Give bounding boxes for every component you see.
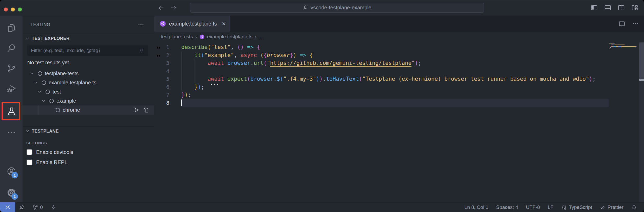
code-token: ;: [418, 60, 421, 66]
remote-indicator[interactable]: [0, 202, 15, 212]
section-testplane-header[interactable]: TESTPLANE: [23, 127, 154, 135]
test-filter-input[interactable]: Filter (e.g. text, !exclude, @tag): [27, 45, 148, 56]
breadcrumb-item[interactable]: ...: [259, 34, 263, 40]
customize-layout-icon[interactable]: [631, 4, 638, 11]
minimap-line: [609, 46, 638, 47]
code-token: ): [319, 76, 323, 82]
activity-item-source-control[interactable]: [0, 61, 23, 76]
test-tree-item-test[interactable]: test: [23, 87, 154, 96]
code-line-4[interactable]: 4: [154, 67, 644, 75]
code-line-2[interactable]: 2it("example", async ({browser}) => {: [154, 51, 644, 59]
code-area[interactable]: 1describe("test", () => {2it("example", …: [154, 42, 644, 202]
status-item-prettier[interactable]: Prettier: [596, 202, 627, 212]
close-window-button[interactable]: [4, 8, 8, 11]
test-tree-item-chrome[interactable]: chrome: [23, 105, 154, 115]
test-tree-item-example.testplane.ts[interactable]: example.testplane.ts: [23, 78, 154, 87]
minimap-line: [609, 45, 638, 45]
toggle-panel-icon[interactable]: [604, 4, 611, 11]
minimap-token: [614, 43, 615, 43]
activity-item-run-debug[interactable]: [0, 81, 23, 97]
status-item-spaces-4[interactable]: Spaces: 4: [492, 202, 522, 212]
test-state-circle-icon: [46, 90, 50, 94]
section-test-explorer-header[interactable]: TEST EXPLORER: [23, 34, 154, 43]
code-lines: 1describe("test", () => {2it("example", …: [154, 43, 644, 107]
tab-example-testplane-ts[interactable]: example.testplane.ts ✕: [154, 16, 230, 32]
code-line-1[interactable]: 1describe("test", () => {: [154, 43, 644, 51]
status-item-lf[interactable]: LF: [544, 202, 557, 212]
minimap[interactable]: [609, 43, 638, 50]
code-token: }: [181, 92, 185, 98]
line-number: 1: [159, 43, 169, 51]
activity-item-files[interactable]: [0, 20, 23, 36]
status-item-broadcast[interactable]: 0: [29, 202, 47, 212]
no-results-message: No test results yet.: [23, 56, 154, 66]
back-icon[interactable]: [158, 4, 164, 11]
settings-checkboxes: Enable devtoolsEnable REPL: [23, 149, 154, 165]
status-item-typescript[interactable]: TypeScript: [557, 202, 596, 212]
checkbox-unchecked[interactable]: [26, 159, 33, 165]
activity-bar: 11: [0, 16, 23, 202]
code-line-7[interactable]: 7});: [154, 91, 644, 99]
test-tree-item-example[interactable]: example: [23, 96, 154, 105]
activity-item-accounts[interactable]: 1: [0, 164, 23, 179]
status-item-utf-8[interactable]: UTF-8: [522, 202, 544, 212]
testplane-logo: [199, 34, 205, 40]
code-token: toHaveText: [326, 76, 359, 82]
vertical-scrollbar[interactable]: [639, 42, 644, 202]
breadcrumb-separator: ›: [255, 34, 257, 40]
minimize-window-button[interactable]: [11, 8, 15, 11]
code-line-5[interactable]: 5await expect(browser.$(".f4.my-3")).toH…: [154, 75, 644, 83]
toggle-primary-sidebar-icon[interactable]: [591, 4, 598, 11]
status-item-telescope[interactable]: [15, 202, 29, 212]
code-token: [257, 52, 260, 58]
breadcrumb-item[interactable]: example.testplane.ts: [207, 34, 252, 40]
annotation-highlight-box: [2, 102, 20, 120]
code-token: [244, 44, 247, 50]
source-control-icon: [7, 64, 16, 73]
status-bar-left: 0: [0, 202, 60, 212]
double-check-icon: [600, 204, 606, 210]
badge: 1: [11, 172, 18, 178]
activity-item-settings-gear[interactable]: 1: [0, 185, 23, 201]
line-number: 5: [159, 75, 169, 83]
code-token: ): [415, 60, 418, 66]
checkbox-label: Enable REPL: [36, 159, 67, 165]
code-line-3[interactable]: 3await browser.url("https://github.com/g…: [154, 59, 644, 67]
broadcast-icon: [33, 204, 38, 210]
split-editor-icon[interactable]: [619, 20, 625, 27]
window-controls: [4, 8, 22, 11]
toggle-secondary-sidebar-icon[interactable]: [618, 4, 625, 11]
editor-group: example.testplane.ts ✕ testplane-tests›e…: [154, 16, 644, 202]
status-item-ln-8-col-1[interactable]: Ln 8, Col 1: [461, 202, 492, 212]
scrollbar-slider[interactable]: [639, 42, 644, 79]
test-tree-item-testplane-tests[interactable]: testplane-tests: [23, 69, 154, 78]
command-center[interactable]: vscode-testplane-example: [190, 3, 484, 13]
status-item-lightning[interactable]: [47, 202, 60, 212]
search-icon: [303, 5, 308, 10]
go-to-test-icon[interactable]: [143, 107, 149, 113]
setting-row: Enable REPL: [23, 159, 154, 165]
editor-more-actions-icon[interactable]: [632, 20, 639, 27]
run-test-icon[interactable]: [133, 107, 139, 113]
status-item-bell[interactable]: [627, 202, 641, 212]
titlebar: vscode-testplane-example: [0, 0, 644, 16]
activity-item-more[interactable]: [0, 125, 23, 140]
breadcrumb-item[interactable]: testplane-tests: [161, 34, 193, 40]
code-token: $: [277, 76, 280, 82]
test-state-circle-icon: [42, 80, 46, 85]
filter-funnel-icon[interactable]: [139, 48, 144, 53]
sidebar-more-actions-icon[interactable]: [138, 21, 144, 28]
forward-icon[interactable]: [170, 4, 177, 11]
code-line-6[interactable]: 6});: [154, 83, 644, 91]
code-token: .: [250, 60, 254, 66]
code-line-8[interactable]: 8: [154, 99, 644, 107]
close-tab-icon[interactable]: ✕: [222, 21, 226, 27]
status-label: Prettier: [608, 204, 623, 210]
zoom-window-button[interactable]: [18, 8, 22, 11]
code-token: .: [273, 76, 277, 82]
code-token: ): [241, 44, 244, 50]
activity-item-search[interactable]: [0, 40, 23, 56]
tree-item-label: example.testplane.ts: [49, 80, 96, 86]
overview-ruler-marker: [639, 79, 644, 81]
checkbox-unchecked[interactable]: [26, 149, 33, 155]
